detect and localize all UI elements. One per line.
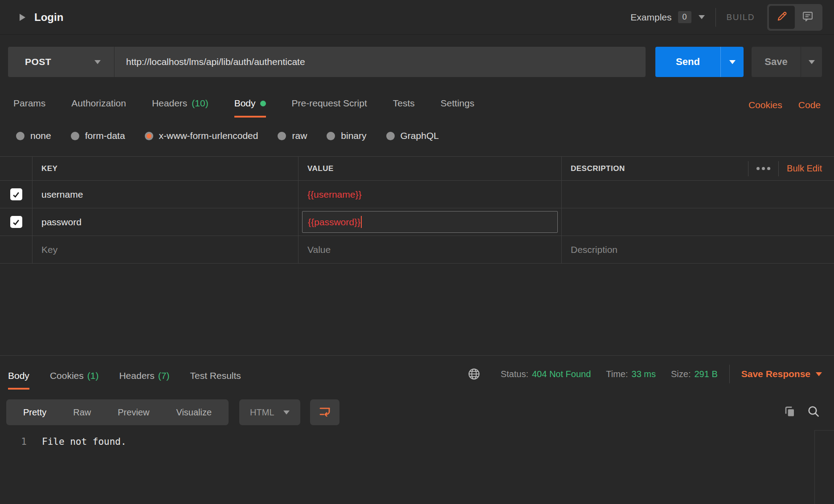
radio-icon: [71, 132, 79, 140]
send-options-button[interactable]: [720, 47, 744, 77]
view-tab-visualize[interactable]: Visualize: [163, 407, 225, 418]
response-body-viewer[interactable]: 1 File not found.: [0, 435, 834, 448]
key-cell[interactable]: password: [32, 208, 298, 236]
key-placeholder: Key: [41, 244, 57, 255]
text-cursor: [361, 216, 362, 228]
table-controls: Bulk Edit: [748, 161, 822, 176]
mode-none[interactable]: none: [16, 130, 51, 141]
value-cell-empty[interactable]: Value: [298, 236, 561, 263]
body-has-content-dot: [260, 101, 266, 106]
mode-graphql[interactable]: GraphQL: [386, 130, 439, 141]
response-tab-cookies[interactable]: Cookies (1): [50, 370, 99, 390]
radio-icon: [386, 132, 395, 140]
radio-selected-icon: [145, 132, 153, 140]
copy-response-button[interactable]: [782, 404, 797, 420]
table-placeholder-row: Key Value Description: [0, 236, 834, 264]
save-button[interactable]: Save: [752, 47, 801, 77]
description-cell-empty[interactable]: Description: [561, 236, 834, 263]
placeholder-checkbox-cell: [0, 236, 32, 263]
examples-dropdown-label[interactable]: Examples: [630, 12, 671, 23]
scrollbar-gutter[interactable]: [814, 430, 834, 504]
tab-headers[interactable]: Headers (10): [152, 98, 208, 118]
copy-icon: [782, 404, 797, 420]
save-options-button[interactable]: [801, 47, 822, 77]
method-caret-icon: [94, 60, 101, 64]
tab-params-label: Params: [13, 98, 45, 109]
response-tab-headers[interactable]: Headers (7): [119, 370, 169, 390]
controls-divider: [778, 161, 779, 176]
response-tab-test-results[interactable]: Test Results: [190, 370, 241, 390]
search-response-button[interactable]: [806, 404, 821, 420]
method-label: POST: [25, 57, 51, 67]
status-value: 404 Not Found: [532, 369, 591, 379]
save-response-button[interactable]: Save Response: [741, 369, 822, 379]
meta-divider: [729, 365, 730, 383]
size-label: Size:: [671, 369, 691, 379]
response-language-select[interactable]: HTML: [239, 399, 300, 425]
save-caret-icon: [809, 60, 815, 64]
tab-settings[interactable]: Settings: [441, 98, 474, 118]
response-body-text: File not found.: [42, 435, 127, 448]
mode-binary[interactable]: binary: [327, 130, 366, 141]
cookies-link[interactable]: Cookies: [748, 99, 782, 118]
method-select[interactable]: POST: [8, 47, 114, 77]
tab-authorization[interactable]: Authorization: [71, 98, 126, 118]
mode-graphql-label: GraphQL: [401, 130, 439, 141]
table-header-row: KEY VALUE DESCRIPTION Bulk Edit: [0, 157, 834, 181]
value-cell[interactable]: {{username}}: [298, 181, 561, 208]
key-cell-empty[interactable]: Key: [32, 236, 298, 263]
tab-pre-request-script[interactable]: Pre-request Script: [292, 98, 367, 118]
tab-body[interactable]: Body: [234, 98, 266, 118]
checkmark-icon: [12, 218, 20, 227]
mode-x-www-form-urlencoded[interactable]: x-www-form-urlencoded: [145, 130, 258, 141]
tab-headers-count: (10): [192, 98, 208, 109]
tab-tests[interactable]: Tests: [393, 98, 415, 118]
more-options-icon[interactable]: [756, 167, 770, 170]
row-checkbox[interactable]: [10, 188, 22, 200]
mode-raw[interactable]: raw: [278, 130, 307, 141]
status-label: Status:: [501, 369, 528, 379]
header-bar: Login Examples 0 BUILD: [0, 0, 834, 35]
view-tab-raw[interactable]: Raw: [60, 407, 104, 418]
description-cell[interactable]: [561, 181, 834, 208]
comments-button[interactable]: [795, 6, 821, 29]
send-caret-icon: [729, 60, 736, 64]
save-response-label: Save Response: [741, 369, 810, 379]
tab-settings-label: Settings: [441, 98, 474, 109]
url-input[interactable]: http://localhost/lms/api/lib/auth/authen…: [114, 47, 646, 77]
pencil-icon: [776, 10, 788, 24]
mode-binary-label: binary: [341, 130, 366, 141]
response-tab-body-label: Body: [8, 370, 29, 382]
row-checkbox[interactable]: [10, 216, 22, 228]
column-value-header: VALUE: [307, 164, 334, 173]
examples-caret-icon[interactable]: [699, 15, 705, 19]
tab-params[interactable]: Params: [13, 98, 45, 118]
request-tabs: Params Authorization Headers (10) Body P…: [0, 98, 834, 118]
description-cell[interactable]: [561, 208, 834, 236]
code-link[interactable]: Code: [798, 99, 821, 118]
tab-authorization-label: Authorization: [71, 98, 126, 109]
collapse-request-icon[interactable]: [20, 14, 25, 21]
value-cell-editing: {{password}}: [298, 208, 561, 236]
view-tab-pretty[interactable]: Pretty: [10, 407, 60, 418]
response-header: Body Cookies (1) Headers (7) Test Result…: [0, 356, 834, 390]
response-tab-body[interactable]: Body: [8, 370, 29, 390]
send-button[interactable]: Send: [655, 47, 720, 77]
search-icon: [806, 404, 821, 420]
mode-form-data[interactable]: form-data: [71, 130, 125, 141]
network-globe-icon[interactable]: [467, 367, 481, 381]
view-tab-preview[interactable]: Preview: [104, 407, 163, 418]
url-text: http://localhost/lms/api/lib/auth/authen…: [126, 57, 305, 67]
key-text: username: [41, 189, 83, 200]
key-cell[interactable]: username: [32, 181, 298, 208]
size-value: 291 B: [694, 369, 717, 379]
header-divider: [715, 8, 716, 27]
tab-pre-request-script-label: Pre-request Script: [292, 98, 367, 109]
bulk-edit-link[interactable]: Bulk Edit: [787, 163, 822, 174]
value-input-focused[interactable]: {{password}}: [302, 211, 558, 233]
response-view-tabs: Pretty Raw Preview Visualize: [6, 399, 229, 425]
wrap-lines-button[interactable]: [310, 399, 339, 425]
radio-icon: [327, 132, 335, 140]
edit-mode-button[interactable]: [769, 6, 795, 29]
response-toolbar: Pretty Raw Preview Visualize HTML: [6, 399, 821, 425]
